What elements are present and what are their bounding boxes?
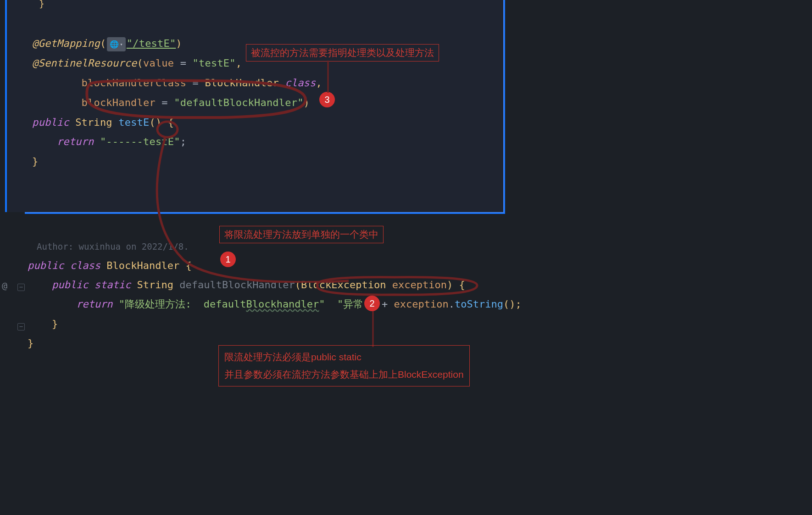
class-keyword: class [285, 77, 316, 89]
equals: = [186, 77, 205, 89]
note-2-line1: 限流处理方法必须是public static [224, 348, 464, 366]
equals: = [156, 97, 174, 108]
top-editor-pane: } @GetMapping(🌐▾"/testE") @SentinelResou… [7, 0, 504, 213]
param-blockhandler: blockHandler [82, 97, 156, 108]
string-defaultblockhandler: "defaultBlockHandler" [174, 97, 303, 108]
method-tostring: toString [455, 298, 503, 310]
author-annotation: Author: wuxinhua on 2022/1/8. [37, 241, 189, 252]
rbrace: } [28, 337, 33, 349]
string-return: "------testE" [100, 136, 180, 147]
rparen: ) [176, 38, 182, 49]
sp [69, 117, 75, 128]
paramname-exception: exception [392, 279, 447, 291]
kw-return: return [57, 136, 94, 147]
globe-icon[interactable]: 🌐▾ [107, 37, 125, 51]
rbrace: } [52, 318, 58, 330]
sp [112, 117, 118, 128]
note-3-box: 被流控的方法需要指明处理类以及处理方法 [246, 44, 439, 62]
str-typo: Blockhandler [246, 298, 319, 310]
sp [94, 136, 100, 147]
bottom-code-block: public class BlockHandler { public stati… [0, 212, 812, 353]
parens: () [149, 117, 167, 128]
method-defaultblockhandler: defaultBlockHandler [179, 279, 295, 291]
paramtype-blockexception: BlockException [301, 279, 386, 291]
gutter: @ − − [0, 212, 25, 515]
fold-icon[interactable]: − [17, 323, 25, 330]
kw-return: return [76, 298, 112, 310]
fold-icon[interactable]: − [17, 284, 25, 291]
string-degrade: "降级处理方法: defaultBlockhandler" [119, 298, 325, 310]
url-literal: "/testE" [127, 38, 176, 49]
annotation-getmapping: @GetMapping [32, 38, 100, 49]
equals: = [174, 57, 192, 69]
str-part1c: " [319, 298, 325, 310]
kw-public: public [52, 279, 88, 291]
rparen: ) [304, 97, 310, 108]
comma: , [316, 77, 322, 89]
method-testE: testE [118, 117, 149, 128]
note-1-box: 将限流处理方法放到单独的一个类中 [219, 226, 384, 243]
param-value: value [143, 57, 174, 69]
annotation-sentinelresource: @SentinelResource [32, 57, 137, 69]
top-code-block: @GetMapping(🌐▾"/testE") @SentinelResourc… [7, 0, 503, 172]
kw-class: class [70, 260, 100, 271]
comma: , [236, 57, 242, 69]
dot: . [279, 77, 285, 89]
type-string: String [137, 279, 173, 291]
lparen: ( [100, 38, 106, 49]
stray-brace: } [39, 0, 44, 9]
string-testE: "testE" [193, 57, 236, 69]
lbrace: { [168, 117, 174, 128]
dot: . [449, 298, 455, 310]
lbrace: { [185, 260, 191, 271]
classname-blockhandler: BlockHandler [106, 260, 179, 271]
string-exception-label: "异常:" [337, 298, 376, 310]
lbrace: { [459, 279, 465, 291]
rparen: ) [447, 279, 453, 291]
class-blockhandler: BlockHandler [205, 77, 278, 89]
gutter-at-icon[interactable]: @ [2, 280, 7, 291]
lparen: ( [295, 279, 301, 291]
call-end: (); [503, 298, 522, 310]
kw-public: public [28, 260, 64, 271]
kw-public: public [32, 117, 69, 128]
semicolon: ; [180, 136, 186, 147]
type-string: String [75, 117, 112, 128]
note-2-line2: 并且参数必须在流控方法参数基础上加上BlockException [224, 366, 464, 383]
rbrace: } [32, 156, 38, 167]
str-part1: "降级处理方法: default [119, 298, 246, 310]
param-blockhandlerclass: blockHandlerClass [82, 77, 187, 89]
var-exception: exception [394, 298, 449, 310]
lparen: ( [137, 57, 143, 69]
note-2-box: 限流处理方法必须是public static 并且参数必须在流控方法参数基础上加… [218, 345, 470, 386]
kw-static: static [95, 279, 131, 291]
plus: + [376, 298, 394, 310]
